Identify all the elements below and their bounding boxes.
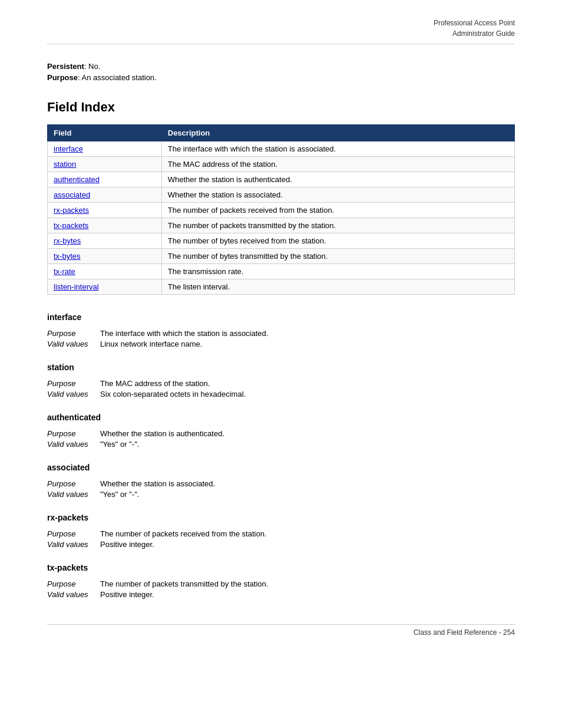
valid-row-tx-packets: Valid valuesPositive integer. <box>47 590 515 599</box>
page-header: Professional Access Point Administrator … <box>47 18 515 44</box>
table-cell-field: station <box>48 157 162 172</box>
purpose-label-authenticated: Purpose <box>47 429 100 438</box>
table-cell-description: Whether the station is associated. <box>161 187 514 203</box>
valid-row-associated: Valid values"Yes" or "-". <box>47 490 515 499</box>
col-field-header: Field <box>48 125 162 141</box>
persistent-line: Persistent: No. <box>47 62 515 71</box>
purpose-value: : An associated station. <box>78 73 157 82</box>
valid-value-tx-packets: Positive integer. <box>100 590 154 599</box>
purpose-row-station: PurposeThe MAC address of the station. <box>47 379 515 388</box>
valid-label-interface: Valid values <box>47 340 100 348</box>
valid-value-authenticated: "Yes" or "-". <box>100 440 139 449</box>
table-row: rx-packetsThe number of packets received… <box>48 203 515 218</box>
table-row: interfaceThe interface with which the st… <box>48 141 515 157</box>
table-cell-field: interface <box>48 141 162 157</box>
table-cell-description: The number of bytes transmitted by the s… <box>161 249 514 264</box>
section-tx-packets: tx-packetsPurposeThe number of packets t… <box>47 563 515 599</box>
section-heading-station: station <box>47 363 515 372</box>
field-link-tx-bytes[interactable]: tx-bytes <box>54 252 81 261</box>
table-row: tx-bytesThe number of bytes transmitted … <box>48 249 515 264</box>
col-description-header: Description <box>161 125 514 141</box>
purpose-label-associated: Purpose <box>47 479 100 488</box>
page-container: Professional Access Point Administrator … <box>0 0 562 648</box>
purpose-label-interface: Purpose <box>47 329 100 338</box>
persistent-value: : No. <box>84 62 100 71</box>
field-link-listen-interval[interactable]: listen-interval <box>54 282 99 291</box>
table-cell-field: tx-packets <box>48 218 162 233</box>
section-associated: associatedPurposeWhether the station is … <box>47 463 515 499</box>
valid-value-station: Six colon-separated octets in hexadecima… <box>100 390 246 398</box>
section-heading-authenticated: authenticated <box>47 413 515 422</box>
section-heading-interface: interface <box>47 312 515 322</box>
table-cell-description: The number of packets received from the … <box>161 203 514 218</box>
page-footer: Class and Field Reference - 254 <box>47 624 515 637</box>
table-cell-description: The listen interval. <box>161 279 514 295</box>
table-row: associatedWhether the station is associa… <box>48 187 515 203</box>
table-cell-field: associated <box>48 187 162 203</box>
table-cell-field: tx-bytes <box>48 249 162 264</box>
field-link-tx-rate[interactable]: tx-rate <box>54 267 75 276</box>
table-cell-field: authenticated <box>48 172 162 187</box>
field-link-interface[interactable]: interface <box>54 144 83 153</box>
field-link-authenticated[interactable]: authenticated <box>54 175 100 184</box>
table-cell-description: The number of bytes received from the st… <box>161 233 514 249</box>
field-link-station[interactable]: station <box>54 160 76 169</box>
purpose-row-associated: PurposeWhether the station is associated… <box>47 479 515 488</box>
field-table: Field Description interfaceThe interface… <box>47 124 515 295</box>
header-line2: Administrator Guide <box>452 29 515 38</box>
section-interface: interfacePurposeThe interface with which… <box>47 312 515 348</box>
purpose-value-station: The MAC address of the station. <box>100 379 210 388</box>
valid-row-rx-packets: Valid valuesPositive integer. <box>47 540 515 549</box>
purpose-line: Purpose: An associated station. <box>47 73 515 82</box>
footer-text: Class and Field Reference - 254 <box>414 628 515 637</box>
section-heading-tx-packets: tx-packets <box>47 563 515 572</box>
header-line1: Professional Access Point <box>434 19 515 27</box>
valid-label-tx-packets: Valid values <box>47 590 100 599</box>
valid-label-rx-packets: Valid values <box>47 540 100 549</box>
table-row: stationThe MAC address of the station. <box>48 157 515 172</box>
valid-label-authenticated: Valid values <box>47 440 100 449</box>
table-cell-description: Whether the station is authenticated. <box>161 172 514 187</box>
table-cell-field: tx-rate <box>48 264 162 279</box>
table-cell-field: rx-packets <box>48 203 162 218</box>
table-row: listen-intervalThe listen interval. <box>48 279 515 295</box>
purpose-value-tx-packets: The number of packets transmitted by the… <box>100 579 268 588</box>
persistent-label: Persistent <box>47 62 84 71</box>
section-station: stationPurposeThe MAC address of the sta… <box>47 363 515 398</box>
valid-row-interface: Valid valuesLinux network interface name… <box>47 340 515 348</box>
purpose-row-authenticated: PurposeWhether the station is authentica… <box>47 429 515 438</box>
table-row: tx-packetsThe number of packets transmit… <box>48 218 515 233</box>
valid-label-associated: Valid values <box>47 490 100 499</box>
table-cell-field: rx-bytes <box>48 233 162 249</box>
section-rx-packets: rx-packetsPurposeThe number of packets r… <box>47 513 515 549</box>
field-link-rx-bytes[interactable]: rx-bytes <box>54 236 81 245</box>
field-index-title: Field Index <box>47 100 515 115</box>
field-link-rx-packets[interactable]: rx-packets <box>54 206 89 215</box>
purpose-value-rx-packets: The number of packets received from the … <box>100 529 267 538</box>
purpose-value-associated: Whether the station is associated. <box>100 479 215 488</box>
sections-container: interfacePurposeThe interface with which… <box>47 312 515 599</box>
purpose-label-station: Purpose <box>47 379 100 388</box>
table-cell-description: The number of packets transmitted by the… <box>161 218 514 233</box>
valid-row-authenticated: Valid values"Yes" or "-". <box>47 440 515 449</box>
table-cell-description: The MAC address of the station. <box>161 157 514 172</box>
table-cell-description: The interface with which the station is … <box>161 141 514 157</box>
purpose-value-interface: The interface with which the station is … <box>100 329 268 338</box>
valid-value-interface: Linux network interface name. <box>100 340 202 348</box>
field-link-tx-packets[interactable]: tx-packets <box>54 221 88 230</box>
purpose-label-tx-packets: Purpose <box>47 579 100 588</box>
table-row: authenticatedWhether the station is auth… <box>48 172 515 187</box>
table-cell-description: The transmission rate. <box>161 264 514 279</box>
valid-row-station: Valid valuesSix colon-separated octets i… <box>47 390 515 398</box>
table-cell-field: listen-interval <box>48 279 162 295</box>
table-row: tx-rateThe transmission rate. <box>48 264 515 279</box>
table-row: rx-bytesThe number of bytes received fro… <box>48 233 515 249</box>
field-link-associated[interactable]: associated <box>54 190 90 199</box>
purpose-label: Purpose <box>47 73 78 82</box>
purpose-label-rx-packets: Purpose <box>47 529 100 538</box>
purpose-row-rx-packets: PurposeThe number of packets received fr… <box>47 529 515 538</box>
purpose-row-tx-packets: PurposeThe number of packets transmitted… <box>47 579 515 588</box>
valid-label-station: Valid values <box>47 390 100 398</box>
purpose-value-authenticated: Whether the station is authenticated. <box>100 429 224 438</box>
purpose-row-interface: PurposeThe interface with which the stat… <box>47 329 515 338</box>
